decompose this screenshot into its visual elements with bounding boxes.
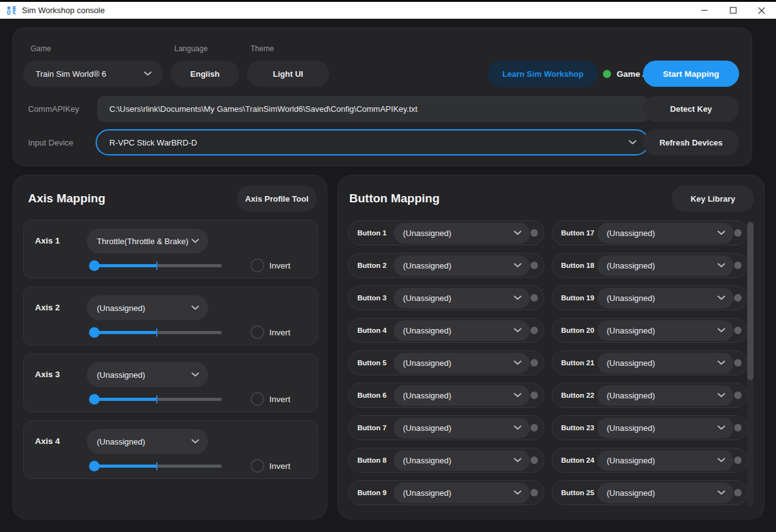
button-label: Button 19 [561,294,596,302]
button-assignment-select[interactable]: (Unassigned) [394,223,530,244]
settings-panel: Game Language Theme Train Sim World® 6 E… [12,27,752,166]
button-assignment-select[interactable]: (Unassigned) [597,483,734,503]
maximize-button[interactable] [719,2,747,19]
button-assignment-select[interactable]: (Unassigned) [597,353,734,373]
button-assignment-select[interactable]: (Unassigned) [597,255,734,276]
chevron-down-icon [717,425,725,430]
axis-profile-tool-button[interactable]: Axis Profile Tool [237,185,317,212]
button-state-indicator [530,229,538,237]
invert-radio[interactable] [251,392,264,406]
button-state-indicator [734,359,742,367]
slider-thumb[interactable] [89,461,100,471]
language-button[interactable]: English [171,61,239,87]
slider-thumb[interactable] [89,260,100,271]
key-library-button[interactable]: Key Library [672,185,754,212]
button-assignment-value: (Unassigned) [607,488,655,498]
button-assignment-select[interactable]: (Unassigned) [394,483,530,503]
button-state-indicator [734,294,742,302]
button-assignment-select[interactable]: (Unassigned) [394,385,530,406]
axis-assignment-select[interactable]: (Unassigned) [87,362,208,387]
button-assignment-select[interactable]: (Unassigned) [394,450,530,471]
game-select[interactable]: Train Sim World® 6 [23,61,163,87]
scrollbar-thumb[interactable] [747,222,754,380]
theme-button[interactable]: Light UI [247,61,329,87]
game-label: Game [31,44,51,53]
button-mapping-panel: Button Mapping Key Library Button 1 (Una… [337,175,765,520]
button-label: Button 17 [561,229,596,237]
close-button[interactable] [747,2,776,19]
button-mapping-row: Button 2 (Unassigned) [348,253,544,278]
slider-fill [92,465,157,468]
invert-label: Invert [269,395,291,404]
chevron-down-icon [144,71,152,76]
button-state-indicator [734,456,742,464]
chevron-down-icon [514,263,522,268]
axis-mapping-row: Axis 2 (Unassigned) Invert [23,287,318,345]
button-assignment-select[interactable]: (Unassigned) [597,418,734,438]
button-assignment-select[interactable]: (Unassigned) [394,255,530,276]
button-assignment-select[interactable]: (Unassigned) [394,288,530,308]
minimize-button[interactable] [690,2,719,19]
button-mapping-row: Button 3 (Unassigned) [348,285,544,310]
axis-slider[interactable] [87,456,227,476]
button-label: Button 6 [357,392,392,399]
axis-assignment-select[interactable]: (Unassigned) [87,295,208,320]
button-assignment-value: (Unassigned) [403,423,451,433]
button-label: Button 4 [357,327,392,334]
button-mapping-row: Button 19 (Unassigned) [552,285,748,310]
slider-thumb[interactable] [89,327,100,338]
chevron-down-icon [514,458,522,463]
button-label: Button 8 [357,456,392,464]
button-label: Button 2 [357,262,392,269]
button-assignment-value: (Unassigned) [403,293,451,303]
chevron-down-icon [717,328,725,333]
axis-assignment-select[interactable]: (Unassigned) [87,429,208,454]
button-assignment-select[interactable]: (Unassigned) [597,223,734,244]
chevron-down-icon [717,295,725,300]
axis-assignment-select[interactable]: Throttle(Throttle & Brake) [87,229,208,254]
refresh-devices-button[interactable]: Refresh Devices [643,129,739,155]
button-state-indicator [530,262,538,269]
button-assignment-select[interactable]: (Unassigned) [394,353,530,373]
invert-label: Invert [269,328,291,337]
button-mapping-row: Button 9 (Unassigned) [348,480,544,505]
chevron-down-icon [514,360,522,365]
button-label: Button 23 [561,424,596,431]
input-device-select[interactable]: R-VPC Stick WarBRD-D [96,129,649,155]
chevron-down-icon [514,490,522,495]
axis-slider[interactable] [87,255,227,275]
button-assignment-value: (Unassigned) [607,358,655,368]
button-assignment-value: (Unassigned) [403,261,451,270]
comm-api-key-input[interactable] [97,96,649,122]
axis-slider[interactable] [87,389,227,409]
detect-key-button[interactable]: Detect Key [643,96,739,122]
button-mapping-row: Button 22 (Unassigned) [552,383,748,408]
invert-radio[interactable] [251,459,264,473]
slider-track [92,465,222,468]
slider-track [92,331,222,334]
button-assignment-select[interactable]: (Unassigned) [394,320,530,341]
app-window: Sim Workshop console Game Language Theme… [0,0,776,532]
axis-slider[interactable] [87,322,227,342]
button-assignment-select[interactable]: (Unassigned) [597,320,734,341]
button-assignment-select[interactable]: (Unassigned) [597,450,734,471]
button-list-scrollbar[interactable] [747,220,754,506]
button-label: Button 22 [561,392,596,399]
button-assignment-select[interactable]: (Unassigned) [394,418,530,438]
button-state-indicator [734,424,742,431]
button-assignment-select[interactable]: (Unassigned) [597,288,734,308]
learn-sim-workshop-button[interactable]: Learn Sim Workshop [488,61,598,87]
axis-mapping-row: Axis 4 (Unassigned) Invert [23,420,318,479]
chevron-down-icon [629,140,637,145]
button-state-indicator [530,456,538,464]
start-mapping-button[interactable]: Start Mapping [643,61,739,87]
button-assignment-select[interactable]: (Unassigned) [597,385,734,406]
invert-radio[interactable] [251,325,264,339]
invert-radio[interactable] [251,259,264,272]
app-content: Game Language Theme Train Sim World® 6 E… [0,19,776,532]
game-select-value: Train Sim World® 6 [36,69,106,79]
button-assignment-value: (Unassigned) [403,456,451,465]
chevron-down-icon [717,230,725,235]
button-state-indicator [734,229,742,237]
slider-thumb[interactable] [89,394,100,405]
